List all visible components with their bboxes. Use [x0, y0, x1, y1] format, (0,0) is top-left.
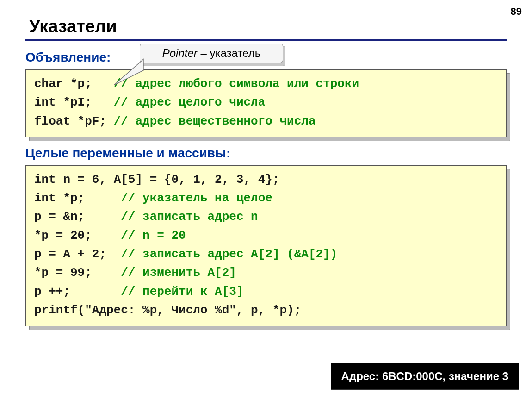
- code-line: char *p; // адрес любого символа или стр…: [34, 75, 498, 93]
- code-comment: // записать адрес A[2] (&A[2]): [121, 247, 337, 261]
- page-number: 89: [511, 6, 522, 18]
- code-comment: // n = 20: [121, 229, 186, 243]
- title-divider: [25, 39, 507, 41]
- code-comment: // адрес любого символа или строки: [114, 77, 359, 91]
- code-comment: // адрес вещественного числа: [114, 114, 316, 128]
- code-line: float *pF; // адрес вещественного числа: [34, 112, 498, 131]
- code-line: *p = 20; // n = 20: [34, 226, 498, 245]
- code-text: p = &n;: [34, 210, 121, 224]
- code-line: p = &n; // записать адрес n: [34, 207, 498, 226]
- callout-bubble: Pointer – указатель: [140, 44, 283, 63]
- code-line: int *pI; // адрес целого числа: [34, 93, 498, 112]
- code-comment: // записать адрес n: [121, 210, 258, 224]
- code-line: p = A + 2; // записать адрес A[2] (&A[2]…: [34, 245, 498, 263]
- code-comment: // перейти к A[3]: [121, 285, 243, 299]
- code-text: *p = 20;: [34, 229, 121, 243]
- code-text: float *pF;: [34, 114, 114, 128]
- code-line: int n = 6, A[5] = {0, 1, 2, 3, 4};: [34, 170, 498, 189]
- code-text: int n = 6, A[5] = {0, 1, 2, 3, 4};: [34, 173, 280, 187]
- code-line: *p = 99; // изменить A[2]: [34, 263, 498, 282]
- code-line: int *p; // указатель на целое: [34, 189, 498, 207]
- code-line: printf("Адрес: %p, Число %d", p, *p);: [34, 301, 498, 319]
- code-text: p = A + 2;: [34, 247, 121, 261]
- slide-title: Указатели: [29, 17, 507, 37]
- output-box: Адрес: 6BCD:000C, значение 3: [331, 363, 519, 390]
- code-text: p ++;: [34, 285, 121, 299]
- code-box-declarations: char *p; // адрес любого символа или стр…: [25, 69, 507, 138]
- code-text: char *p;: [34, 77, 114, 91]
- code-comment: // адрес целого числа: [114, 95, 266, 109]
- svg-marker-0: [114, 59, 143, 85]
- code-text: int *pI;: [34, 95, 114, 109]
- code-line: p ++; // перейти к A[3]: [34, 282, 498, 301]
- subheading-variables: Целые переменные и массивы:: [25, 146, 507, 161]
- code-comment: // изменить A[2]: [121, 266, 236, 280]
- callout-rest: – указатель: [198, 47, 260, 59]
- code-text: int *p;: [34, 191, 121, 205]
- code-text: printf("Адрес: %p, Число %d", p, *p);: [34, 303, 301, 317]
- callout-italic: Pointer: [162, 47, 198, 59]
- code-text: *p = 99;: [34, 266, 121, 280]
- code-box-usage: int n = 6, A[5] = {0, 1, 2, 3, 4};int *p…: [25, 165, 507, 326]
- code-comment: // указатель на целое: [121, 191, 272, 205]
- callout-tail-icon: [111, 57, 148, 90]
